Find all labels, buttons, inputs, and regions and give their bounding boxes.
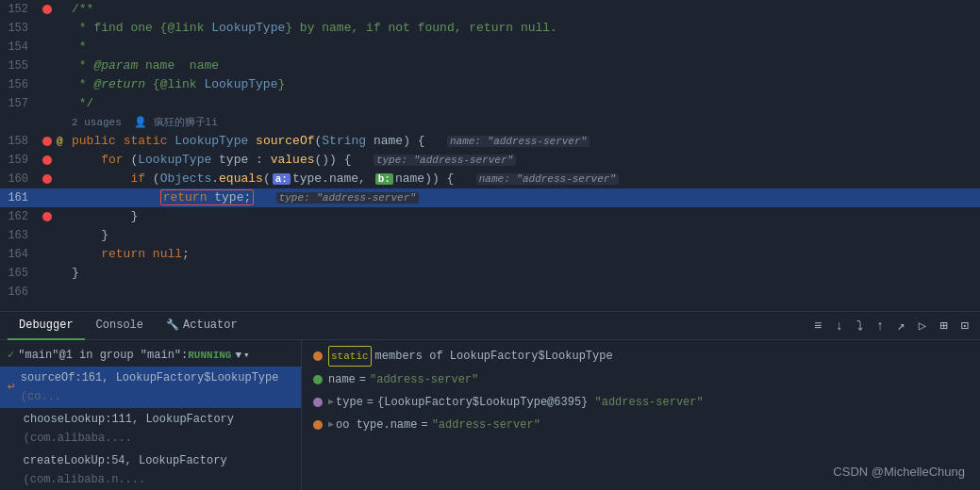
var-dot-static xyxy=(313,351,323,361)
var-item-name: name = "address-server" xyxy=(309,368,972,391)
var-item-typename[interactable]: ▶ oo type.name = "address-server" xyxy=(309,414,972,436)
var-name-label: name xyxy=(328,370,356,389)
var-item-type[interactable]: ▶ type = {LookupFactory$LookupType@6395}… xyxy=(309,391,972,414)
frame-3-name: createLookUp:54, LookupFactory (com.alib… xyxy=(24,451,293,489)
bottom-panel: Debugger Console 🔧 Actuator ≡ ↓ ⤵ ↑ ↗ ▷ … xyxy=(0,311,980,490)
code-content-166 xyxy=(72,283,972,302)
line-num-152: 152 xyxy=(0,0,38,19)
filter-icon[interactable]: ▼ xyxy=(235,346,241,365)
tab-debugger[interactable]: Debugger xyxy=(8,312,85,340)
code-line-159: 159 for (LookupType type : values()) { t… xyxy=(0,151,980,170)
tab-actuator-label: Actuator xyxy=(183,318,238,332)
code-line-158: 158 @ public static LookupType sourceOf(… xyxy=(0,132,980,151)
var-dot-name xyxy=(313,375,323,384)
code-line-154: 154 * xyxy=(0,38,980,57)
code-line-164: 164 return null; xyxy=(0,245,980,264)
code-line-165: 165 } xyxy=(0,264,980,283)
code-content-152: /** xyxy=(72,0,972,19)
code-content-163: } xyxy=(72,226,972,245)
toolbar-icon-run-to-cursor[interactable]: ↗ xyxy=(893,316,908,335)
panel-tabs: Debugger Console 🔧 Actuator ≡ ↓ ⤵ ↑ ↗ ▷ … xyxy=(0,312,980,340)
code-content-162: } xyxy=(72,207,972,226)
line-num-165: 165 xyxy=(0,264,38,283)
toolbar-icon-step-into[interactable]: ⤵ xyxy=(853,317,867,335)
usage-label: 2 usages 👤 疯狂的狮子li xyxy=(72,113,218,132)
var-item-static: static members of LookupFactory$LookupTy… xyxy=(309,344,972,368)
running-checkmark-icon: ✓ xyxy=(8,346,14,365)
code-line-161: 161 return type; type: "address-server" xyxy=(0,188,980,207)
bp-152[interactable] xyxy=(38,5,57,14)
code-line-157: 157 */ xyxy=(0,94,980,113)
code-content-160: if (Objects.equals(a:type.name, b:name))… xyxy=(72,170,972,188)
code-content-165: } xyxy=(72,264,972,283)
code-line-152: 152 /** xyxy=(0,0,980,19)
frame-2-spacer xyxy=(8,419,18,438)
thread-label: "main"@1 in group "main": xyxy=(18,346,188,365)
tab-actuator[interactable]: 🔧 Actuator xyxy=(155,312,249,340)
bp-160[interactable] xyxy=(38,174,57,184)
code-lines: 152 /** 153 * find one {@link LookupType… xyxy=(0,0,980,311)
expand-typename-icon[interactable]: ▶ xyxy=(328,416,334,434)
code-content-155: * @param name name xyxy=(72,57,972,75)
line-num-166: 166 xyxy=(0,283,38,302)
frame-item-2[interactable]: chooseLookup:111, LookupFactory (com.ali… xyxy=(0,408,301,449)
frame-item-3[interactable]: createLookUp:54, LookupFactory (com.alib… xyxy=(0,449,301,490)
line-num-155: 155 xyxy=(0,57,38,75)
var-dot-typename xyxy=(313,420,323,430)
return-arrow-icon: ↩ xyxy=(8,378,15,397)
toolbar-icon-grid1[interactable]: ⊞ xyxy=(936,316,951,335)
running-status: RUNNING xyxy=(188,346,231,365)
code-content-157: */ xyxy=(72,94,972,113)
code-content-161: return type; type: "address-server" xyxy=(72,188,972,207)
line-num-161: 161 xyxy=(0,188,38,207)
var-type-value: {LookupFactory$LookupType@6395} "address… xyxy=(377,393,704,412)
tab-console-label: Console xyxy=(96,318,143,332)
toolbar-icon-grid2[interactable]: ⊡ xyxy=(957,316,972,335)
bp-162[interactable] xyxy=(38,212,57,221)
code-content-164: return null; xyxy=(72,245,972,264)
code-content-159: for (LookupType type : values()) { type:… xyxy=(72,151,972,170)
tab-debugger-label: Debugger xyxy=(19,318,74,332)
line-num-154: 154 xyxy=(0,38,38,57)
var-dot-type xyxy=(313,398,323,407)
code-line-153: 153 * find one {@link LookupType} by nam… xyxy=(0,19,980,38)
tab-console[interactable]: Console xyxy=(85,312,155,340)
panel-left-frames: ✓ "main"@1 in group "main": RUNNING ▼ ▾ … xyxy=(0,340,302,490)
frame-item-1[interactable]: ↩ sourceOf:161, LookupFactory$LookupType… xyxy=(0,367,301,408)
line-num-159: 159 xyxy=(0,151,38,170)
static-tag: static xyxy=(328,346,372,367)
line-num-164: 164 xyxy=(0,245,38,264)
var-type-label: type xyxy=(336,393,363,412)
var-typename-label: oo type.name xyxy=(336,416,417,434)
code-line-155: 155 * @param name name xyxy=(0,57,980,75)
csdn-watermark: CSDN @MichelleChung xyxy=(833,465,965,479)
var-static-label: members of LookupFactory$LookupType xyxy=(375,347,613,366)
code-line-162: 162 } xyxy=(0,207,980,226)
code-line-163: 163 } xyxy=(0,226,980,245)
code-content-154: * xyxy=(72,38,972,57)
frame-3-spacer xyxy=(8,461,18,480)
line-num-160: 160 xyxy=(0,170,38,188)
var-name-value: "address-server" xyxy=(370,370,478,389)
expand-type-icon[interactable]: ▶ xyxy=(328,393,334,412)
code-editor: 152 /** 153 * find one {@link LookupType… xyxy=(0,0,980,311)
toolbar-icon-eval[interactable]: ▷ xyxy=(915,316,930,335)
line-num-157: 157 xyxy=(0,94,38,113)
bp-159[interactable] xyxy=(38,155,57,165)
dropdown-icon[interactable]: ▾ xyxy=(243,346,250,365)
thread-item[interactable]: ✓ "main"@1 in group "main": RUNNING ▼ ▾ xyxy=(0,344,301,367)
bp-158[interactable] xyxy=(38,137,57,146)
frame-2-name: chooseLookup:111, LookupFactory (com.ali… xyxy=(24,410,293,448)
toolbar-icon-menu[interactable]: ≡ xyxy=(810,317,825,335)
usage-row: 2 usages 👤 疯狂的狮子li xyxy=(0,113,980,132)
code-content-153: * find one {@link LookupType} by name, i… xyxy=(72,19,972,38)
code-line-166: 166 xyxy=(0,283,980,302)
toolbar-icon-step-out[interactable]: ↑ xyxy=(872,317,888,335)
code-line-156: 156 * @return {@link LookupType} xyxy=(0,75,980,94)
code-line-160: 160 if (Objects.equals(a:type.name, b:na… xyxy=(0,170,980,188)
line-num-153: 153 xyxy=(0,19,38,38)
toolbar-icon-step-over[interactable]: ↓ xyxy=(831,317,846,335)
code-content-156: * @return {@link LookupType} xyxy=(72,75,972,94)
code-content-158: public static LookupType sourceOf(String… xyxy=(72,132,972,151)
line-num-162: 162 xyxy=(0,207,38,226)
